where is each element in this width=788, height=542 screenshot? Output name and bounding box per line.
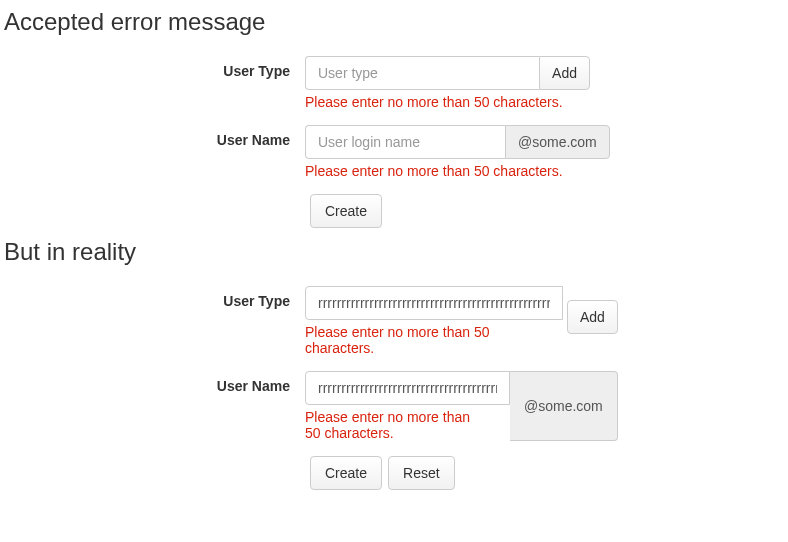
error-user-type-b: Please enter no more than 50 characters.: [305, 324, 505, 356]
label-user-type-a: User Type: [0, 56, 305, 79]
form-group-user-name-b: User Name Please enter no more than 50 c…: [0, 371, 788, 441]
heading-accepted: Accepted error message: [4, 8, 788, 36]
label-user-type-b: User Type: [0, 286, 305, 309]
section-reality: But in reality User Type Please enter no…: [0, 238, 788, 490]
add-button-b[interactable]: Add: [567, 300, 618, 334]
form-group-user-type-b: User Type Please enter no more than 50 c…: [0, 286, 788, 356]
label-user-name-b: User Name: [0, 371, 305, 394]
input-user-type-b[interactable]: [305, 286, 563, 320]
heading-reality: But in reality: [4, 238, 788, 266]
error-user-type-a: Please enter no more than 50 characters.: [305, 94, 590, 110]
domain-addon-a: @some.com: [505, 125, 610, 159]
section-accepted: Accepted error message User Type Add Ple…: [0, 8, 788, 228]
add-button-a[interactable]: Add: [539, 56, 590, 90]
domain-addon-b: @some.com: [510, 371, 618, 441]
form-group-user-name-a: User Name @some.com Please enter no more…: [0, 125, 788, 179]
form-group-user-type-a: User Type Add Please enter no more than …: [0, 56, 788, 110]
label-user-name-a: User Name: [0, 125, 305, 148]
create-button-b[interactable]: Create: [310, 456, 382, 490]
input-user-name-b[interactable]: [305, 371, 510, 405]
create-button-a[interactable]: Create: [310, 194, 382, 228]
error-user-name-a: Please enter no more than 50 characters.: [305, 163, 590, 179]
reset-button-b[interactable]: Reset: [388, 456, 455, 490]
input-user-type-a[interactable]: [305, 56, 539, 90]
input-user-name-a[interactable]: [305, 125, 505, 159]
error-user-name-b: Please enter no more than 50 characters.: [305, 409, 485, 441]
